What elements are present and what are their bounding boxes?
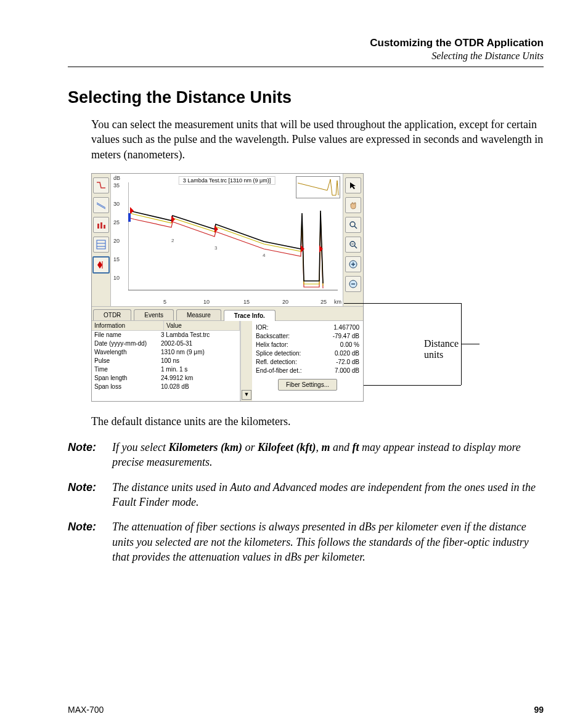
info-row: File name3 Lambda Test.trc bbox=[92, 331, 240, 339]
svg-marker-6 bbox=[97, 261, 102, 269]
marker-icon[interactable] bbox=[92, 256, 110, 274]
detector-row: Refl. detection:-72.0 dB bbox=[256, 358, 359, 367]
note-label: Note: bbox=[68, 519, 112, 564]
detector-row: End-of-fiber det.:7.000 dB bbox=[256, 367, 359, 375]
after-figure-paragraph: The default distance units are the kilom… bbox=[68, 414, 544, 429]
tab-otdr[interactable]: OTDR bbox=[93, 309, 131, 320]
info-row: Date (yyyy-mm-dd)2002-05-31 bbox=[92, 339, 240, 348]
note-label: Note: bbox=[68, 440, 112, 470]
multi-trace-icon[interactable] bbox=[93, 197, 109, 213]
tab-events[interactable]: Events bbox=[134, 309, 174, 320]
info-row: Pulse100 ns bbox=[92, 357, 240, 365]
note-body: If you select Kilometers (km) or Kilofee… bbox=[112, 440, 544, 470]
pointer-icon[interactable] bbox=[345, 177, 361, 193]
detector-row: IOR:1.467700 bbox=[256, 323, 359, 332]
plot-thumbnail[interactable] bbox=[296, 176, 340, 198]
footer-page-number: 99 bbox=[534, 705, 544, 714]
note: Note:If you select Kilometers (km) or Ki… bbox=[68, 440, 544, 470]
trace-info-panel: Information Value File name3 Lambda Test… bbox=[92, 321, 363, 401]
callout-leader bbox=[364, 385, 461, 386]
trace-plot[interactable]: 3 Lambda Test.trc [1310 nm (9 μm)] dB 35… bbox=[111, 174, 343, 306]
note-body: The distance units used in Auto and Adva… bbox=[112, 480, 544, 510]
col-header-info: Information bbox=[92, 321, 164, 330]
trace-lines bbox=[128, 182, 338, 296]
svg-rect-0 bbox=[97, 224, 99, 229]
zoom-in-icon[interactable] bbox=[345, 217, 361, 233]
svg-rect-2 bbox=[104, 225, 105, 229]
svg-marker-14 bbox=[319, 245, 323, 253]
running-header-subtitle: Selecting the Distance Units bbox=[68, 51, 544, 62]
info-row: Span loss10.028 dB bbox=[92, 383, 240, 391]
svg-line-18 bbox=[354, 226, 357, 229]
hand-icon[interactable] bbox=[345, 197, 361, 213]
table-icon[interactable] bbox=[93, 237, 109, 253]
svg-marker-16 bbox=[350, 182, 356, 189]
zoom-out-icon[interactable] bbox=[345, 237, 361, 253]
y-unit-label: dB bbox=[113, 175, 120, 181]
overlay-icon[interactable] bbox=[93, 217, 109, 233]
otdr-app-window: 3 Lambda Test.trc [1310 nm (9 μm)] dB 35… bbox=[91, 173, 364, 402]
svg-point-17 bbox=[350, 222, 355, 227]
note-body: The attenuation of fiber sections is alw… bbox=[112, 519, 544, 564]
note-label: Note: bbox=[68, 480, 112, 510]
right-toolbar bbox=[343, 174, 363, 306]
fiber-settings-button[interactable]: Fiber Settings... bbox=[278, 379, 337, 391]
info-row: Time1 min. 1 s bbox=[92, 365, 240, 374]
note: Note:The distance units used in Auto and… bbox=[68, 480, 544, 510]
col-header-value: Value bbox=[164, 321, 240, 330]
info-row: Wavelength1310 nm (9 μm) bbox=[92, 348, 240, 357]
footer-model: MAX-700 bbox=[68, 705, 104, 714]
scroll-down-icon[interactable]: ▼ bbox=[242, 390, 251, 400]
note: Note:The attenuation of fiber sections i… bbox=[68, 519, 544, 564]
callout-distance-units: Distance units bbox=[424, 338, 473, 360]
info-row: Span length24.9912 km bbox=[92, 374, 240, 383]
svg-rect-1 bbox=[100, 222, 102, 229]
detector-row: Backscatter:-79.47 dB bbox=[256, 332, 359, 341]
zoom-plus-icon[interactable] bbox=[345, 256, 361, 272]
trace-view-icon[interactable] bbox=[93, 177, 109, 193]
svg-rect-15 bbox=[128, 213, 131, 222]
tab-measure[interactable]: Measure bbox=[176, 309, 221, 320]
tab-trace-info[interactable]: Trace Info. bbox=[224, 310, 276, 321]
svg-rect-3 bbox=[97, 240, 105, 249]
screenshot-figure: 3 Lambda Test.trc [1310 nm (9 μm)] dB 35… bbox=[91, 173, 473, 402]
page-title: Selecting the Distance Units bbox=[68, 88, 544, 107]
callout-leader bbox=[344, 303, 461, 304]
running-header-title: Customizing the OTDR Application bbox=[68, 37, 544, 49]
detector-row: Splice detection:0.020 dB bbox=[256, 349, 359, 358]
left-toolbar bbox=[92, 174, 111, 306]
intro-paragraph: You can select the measurement units tha… bbox=[68, 117, 544, 162]
x-unit-label: km bbox=[334, 299, 341, 305]
zoom-minus-icon[interactable] bbox=[345, 276, 361, 292]
svg-line-20 bbox=[354, 246, 357, 248]
header-rule bbox=[68, 67, 544, 67]
detector-row: Helix factor:0.00 % bbox=[256, 341, 359, 349]
tabs: OTDR Events Measure Trace Info. bbox=[92, 306, 363, 321]
